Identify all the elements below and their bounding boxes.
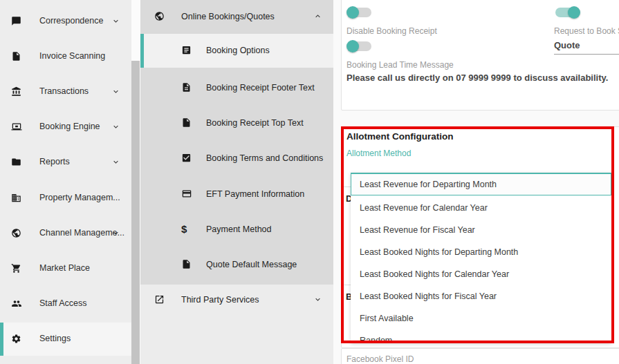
submenu-header-label: Online Bookings/Quotes — [181, 12, 275, 21]
submenu-item-label: Booking Receipt Top Text — [206, 118, 304, 128]
toggle-thumb — [347, 40, 359, 52]
app-window: Correspondence Invoice Scanning Transact… — [0, 0, 619, 364]
people-icon — [11, 298, 22, 309]
sidebar-item-booking-engine[interactable]: Booking Engine — [0, 111, 131, 144]
submenu-item-label: Booking Terms and Conditions — [206, 153, 323, 163]
sidebar-item-label: Correspondence — [39, 16, 103, 26]
submenu-item-label: EFT Payment Information — [206, 189, 304, 199]
credit-card-icon — [181, 189, 192, 199]
chevron-down-icon — [111, 17, 120, 26]
submenu-item-quote-default-message[interactable]: Quote Default Message — [140, 248, 333, 281]
disable-booking-receipt-toggle[interactable] — [347, 39, 373, 53]
submenu-item-booking-terms[interactable]: Booking Terms and Conditions — [140, 142, 333, 175]
sidebar-item-settings[interactable]: Settings — [0, 323, 131, 356]
submenu-item-booking-receipt-top[interactable]: Booking Receipt Top Text — [140, 106, 333, 140]
laptop-icon — [11, 122, 22, 132]
sidebar-item-label: Property Managem... — [39, 193, 120, 202]
open-in-new-icon — [154, 294, 165, 305]
active-indicator-bar — [140, 34, 144, 68]
submenu-item-payment-method[interactable]: $ Payment Method — [140, 213, 333, 246]
submenu-item-booking-receipt-footer[interactable]: Booking Receipt Footer Text — [140, 71, 333, 104]
building-icon — [11, 193, 21, 203]
settings-submenu: Online Bookings/Quotes Booking Options B… — [140, 0, 333, 364]
sidebar-item-label: Booking Engine — [39, 122, 100, 131]
submenu-header-online-bookings[interactable]: Online Bookings/Quotes — [140, 0, 333, 34]
booking-lead-time-label: Booking Lead Time Message — [347, 60, 454, 70]
sidebar-item-reports[interactable]: Reports — [0, 146, 131, 179]
booking-lead-time-message: Please call us directly on 07 9999 9999 … — [347, 73, 608, 83]
active-indicator-bar — [0, 323, 3, 356]
chat-bubble-icon — [11, 16, 21, 26]
sidebar-item-market-place[interactable]: Market Place — [0, 252, 131, 285]
submenu-item-label: Booking Receipt Footer Text — [206, 83, 315, 93]
file-lines-icon — [181, 82, 192, 93]
sidebar-item-label: Transactions — [39, 86, 89, 96]
submenu-item-eft-payment[interactable]: EFT Payment Information — [140, 178, 333, 211]
globe-icon — [11, 228, 21, 238]
sidebar-item-property-management[interactable]: Property Managem... — [0, 182, 131, 215]
toggle-thumb — [347, 6, 359, 19]
bank-icon — [11, 86, 21, 97]
left-sidebar: Correspondence Invoice Scanning Transact… — [0, 0, 131, 364]
select-underline — [554, 54, 619, 55]
article-icon — [181, 45, 192, 55]
sidebar-item-label: Settings — [39, 334, 71, 343]
sidebar-item-transactions[interactable]: Transactions — [0, 75, 131, 108]
chevron-down-icon — [111, 87, 120, 96]
sidebar-scrollbar-track — [131, 0, 140, 364]
main-content: Charge at Booking Push to Xero Disable B… — [333, 0, 619, 364]
sidebar-item-staff-access[interactable]: Staff Access — [0, 287, 131, 320]
globe-icon — [154, 11, 165, 21]
chevron-up-icon — [313, 12, 322, 21]
submenu-footer-third-party[interactable]: Third Party Services — [140, 283, 333, 316]
push-to-xero-toggle[interactable] — [554, 6, 580, 19]
charge-at-booking-toggle[interactable] — [347, 6, 373, 19]
pdf-file-icon — [11, 51, 21, 61]
facebook-pixel-card: Facebook Pixel ID — [341, 348, 619, 364]
file-icon — [181, 259, 192, 269]
sidebar-item-label: Invoice Scanning — [39, 51, 105, 61]
chevron-down-icon — [111, 157, 120, 166]
request-to-book-label: Request to Book St — [554, 26, 619, 36]
folder-icon — [11, 157, 21, 167]
sidebar-item-label: Reports — [39, 157, 70, 166]
chevron-down-icon — [313, 295, 322, 304]
disable-booking-receipt-label: Disable Booking Receipt — [347, 26, 437, 36]
submenu-footer-label: Third Party Services — [181, 295, 259, 305]
booking-options-card: Charge at Booking Push to Xero Disable B… — [341, 0, 619, 111]
request-to-book-select-value[interactable]: Quote — [554, 40, 580, 50]
dollar-icon: $ — [181, 224, 187, 235]
checkbox-icon — [181, 153, 192, 163]
chevron-down-icon — [111, 229, 120, 238]
annotation-rectangle — [341, 126, 614, 343]
gear-icon — [11, 334, 21, 344]
sidebar-item-channel-management[interactable]: Channel Manageme... — [0, 217, 131, 250]
sidebar-item-label: Staff Access — [39, 298, 87, 308]
file-icon — [181, 117, 192, 128]
submenu-item-label: Booking Options — [206, 46, 270, 55]
facebook-pixel-id-label: Facebook Pixel ID — [347, 354, 414, 364]
submenu-item-label: Payment Method — [206, 224, 272, 234]
sidebar-item-invoice-scanning[interactable]: Invoice Scanning — [0, 40, 131, 73]
cart-icon — [11, 263, 21, 274]
submenu-item-booking-options[interactable]: Booking Options — [140, 34, 333, 68]
sidebar-item-label: Market Place — [39, 263, 90, 273]
sidebar-item-correspondence[interactable]: Correspondence — [0, 5, 131, 38]
sidebar-scrollbar-thumb[interactable] — [131, 61, 140, 364]
chevron-down-icon — [111, 122, 120, 131]
submenu-item-label: Quote Default Message — [206, 260, 297, 269]
toggle-thumb — [568, 6, 580, 19]
